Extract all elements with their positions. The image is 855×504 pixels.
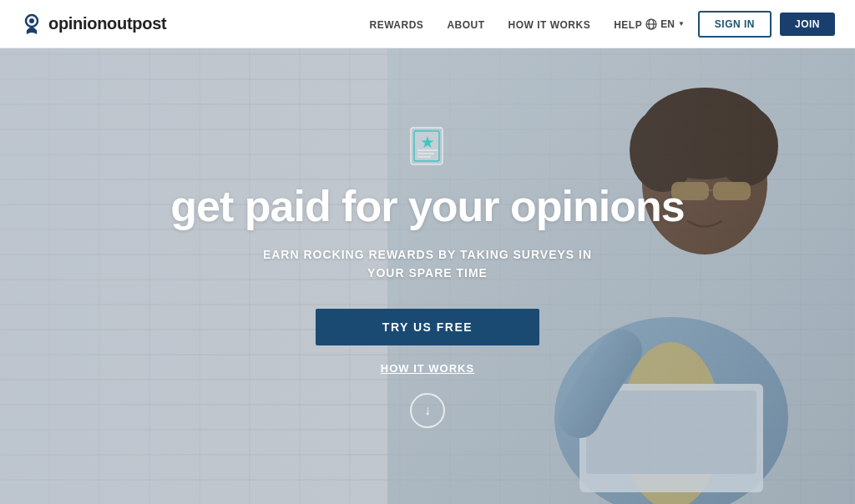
nav-actions: SIGN IN JOIN: [698, 11, 835, 38]
hero-section: get paid for your opinions EARN ROCKING …: [0, 0, 855, 504]
how-it-works-link[interactable]: HOW IT WORKS: [381, 362, 474, 375]
try-free-button[interactable]: TRY US FREE: [316, 309, 539, 345]
navbar: opinionoutpost REWARDS ABOUT HOW IT WORK…: [0, 0, 855, 48]
lang-label: EN: [660, 18, 675, 30]
hero-content: get paid for your opinions EARN ROCKING …: [0, 48, 855, 504]
nav-item-how-it-works[interactable]: HOW IT WORKS: [508, 17, 591, 32]
chevron-icon: ▼: [678, 20, 685, 28]
scroll-down-button[interactable]: ↓: [410, 393, 445, 428]
logo-icon: [20, 13, 43, 36]
signin-button[interactable]: SIGN IN: [698, 11, 772, 38]
logo-text: opinionoutpost: [48, 14, 166, 33]
svg-point-19: [29, 18, 34, 23]
hero-subtitle: EARN ROCKING REWARDS BY TAKING SURVEYS I…: [244, 245, 611, 283]
globe-icon: [645, 18, 657, 30]
survey-icon: [406, 124, 449, 168]
chevron-down-icon: ↓: [424, 403, 431, 418]
language-selector[interactable]: EN ▼: [645, 18, 685, 30]
hero-title: get paid for your opinions: [170, 183, 684, 230]
nav-item-about[interactable]: ABOUT: [447, 17, 484, 32]
nav-links: REWARDS ABOUT HOW IT WORKS HELP: [370, 17, 643, 32]
nav-item-help[interactable]: HELP: [614, 17, 642, 32]
nav-item-rewards[interactable]: REWARDS: [370, 17, 424, 32]
join-button[interactable]: JOIN: [780, 13, 835, 36]
logo[interactable]: opinionoutpost: [20, 13, 166, 36]
